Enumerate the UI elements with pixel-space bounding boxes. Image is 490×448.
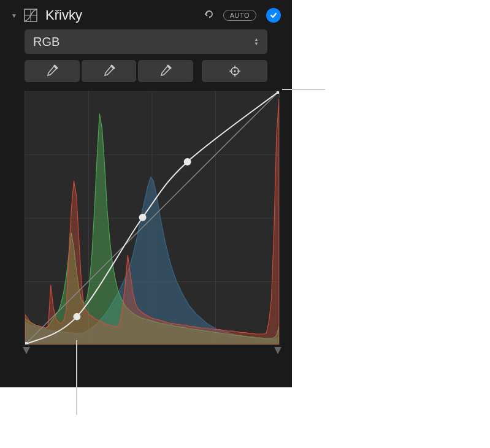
auto-button[interactable]: AUTO: [223, 10, 256, 21]
panel-title: Křivky: [45, 7, 199, 23]
callout-line: [76, 340, 77, 415]
white-point-slider-handle[interactable]: [273, 346, 283, 355]
enable-toggle-icon[interactable]: [266, 8, 281, 23]
dropdown-arrows-icon: ▲ ▼: [254, 37, 259, 46]
eyedropper-icon: [102, 64, 116, 78]
histogram-chart: [25, 91, 279, 344]
eyedropper-icon: [45, 64, 59, 78]
channel-dropdown[interactable]: RGB ▲ ▼: [25, 29, 267, 54]
black-point-eyedropper-button[interactable]: [25, 60, 80, 82]
svg-point-16: [73, 313, 80, 321]
curves-histogram[interactable]: [25, 91, 280, 345]
eyedropper-row: [25, 60, 267, 82]
svg-point-8: [234, 70, 235, 72]
black-point-slider-handle[interactable]: [21, 346, 31, 355]
curves-icon: [23, 8, 38, 23]
svg-rect-20: [277, 91, 279, 94]
collapse-chevron-icon[interactable]: ▼: [11, 12, 18, 19]
eyedropper-icon: [159, 64, 172, 78]
undo-icon[interactable]: [204, 9, 215, 23]
controls-row: RGB ▲ ▼: [0, 29, 292, 82]
svg-point-18: [184, 158, 191, 165]
gray-point-eyedropper-button[interactable]: [82, 60, 137, 82]
svg-rect-19: [25, 342, 28, 344]
panel-header: ▼ Křivky AUTO: [0, 0, 292, 29]
target-icon: [228, 64, 242, 78]
channel-dropdown-label: RGB: [33, 35, 59, 49]
add-point-button[interactable]: [202, 60, 267, 82]
white-point-eyedropper-button[interactable]: [138, 60, 193, 82]
callout-line: [282, 89, 325, 90]
curves-panel: ▼ Křivky AUTO RGB ▲: [0, 0, 292, 387]
svg-point-17: [139, 214, 147, 221]
